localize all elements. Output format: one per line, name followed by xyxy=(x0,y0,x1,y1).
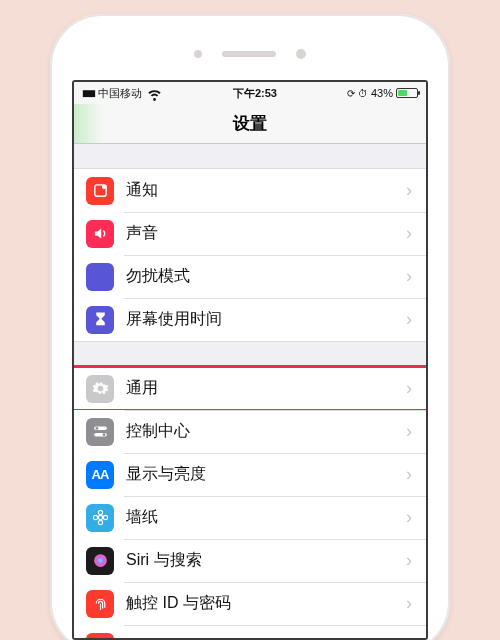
settings-row-sos[interactable]: SOSSOS 紧急联络› xyxy=(74,625,426,638)
group-gap xyxy=(74,144,426,168)
settings-row-general[interactable]: 通用› xyxy=(74,367,426,410)
top-hardware xyxy=(64,28,436,80)
settings-group: 通知›声音›勿扰模式›屏幕使用时间› xyxy=(74,168,426,342)
chevron-right-icon: › xyxy=(406,378,412,399)
status-right: ⟳ ⏱ 43% xyxy=(347,87,418,99)
settings-row-touchid[interactable]: 触控 ID 与密码› xyxy=(74,582,426,625)
wifi-icon xyxy=(146,85,163,102)
flower-icon xyxy=(86,504,114,532)
gear-icon xyxy=(86,375,114,403)
svg-point-10 xyxy=(103,515,107,519)
nav-back-hint[interactable] xyxy=(74,104,104,143)
svg-point-5 xyxy=(102,433,105,436)
proximity-sensor xyxy=(194,50,202,58)
row-label: 勿扰模式 xyxy=(126,266,406,287)
svg-point-4 xyxy=(95,427,98,430)
bezel: ▮▮▮▮ 中国移动 下午2:53 ⟳ ⏱ 43% xyxy=(64,28,436,640)
orientation-lock-icon: ⟳ xyxy=(347,88,355,99)
battery-fill xyxy=(398,90,407,96)
svg-point-11 xyxy=(94,554,107,567)
fingerprint-icon xyxy=(86,590,114,618)
settings-row-screentime[interactable]: 屏幕使用时间› xyxy=(74,298,426,341)
status-left: ▮▮▮▮ 中国移动 xyxy=(82,85,163,102)
svg-point-1 xyxy=(101,185,105,189)
settings-row-dnd[interactable]: 勿扰模式› xyxy=(74,255,426,298)
front-camera xyxy=(296,49,306,59)
screen: ▮▮▮▮ 中国移动 下午2:53 ⟳ ⏱ 43% xyxy=(72,80,428,640)
status-time: 下午2:53 xyxy=(233,86,277,101)
nav-bar: 设置 xyxy=(74,104,426,144)
row-label: 声音 xyxy=(126,223,406,244)
hourglass-icon xyxy=(86,306,114,334)
moon-icon xyxy=(86,263,114,291)
chevron-right-icon: › xyxy=(406,180,412,201)
settings-row-control[interactable]: 控制中心› xyxy=(74,410,426,453)
textsize-icon: AA xyxy=(86,461,114,489)
alarm-icon: ⏱ xyxy=(358,88,368,99)
status-bar: ▮▮▮▮ 中国移动 下午2:53 ⟳ ⏱ 43% xyxy=(74,82,426,104)
switches-icon xyxy=(86,418,114,446)
chevron-right-icon: › xyxy=(406,464,412,485)
settings-group: 通用›控制中心›AA显示与亮度›墙纸›Siri 与搜索›触控 ID 与密码›SO… xyxy=(74,366,426,638)
row-label: 屏幕使用时间 xyxy=(126,309,406,330)
chevron-right-icon: › xyxy=(406,309,412,330)
chevron-right-icon: › xyxy=(406,223,412,244)
svg-point-7 xyxy=(98,510,102,514)
svg-point-6 xyxy=(98,515,102,519)
battery-icon xyxy=(396,88,418,98)
row-label: 通知 xyxy=(126,180,406,201)
chevron-right-icon: › xyxy=(406,421,412,442)
group-gap xyxy=(74,342,426,366)
row-label: 控制中心 xyxy=(126,421,406,442)
speaker-icon xyxy=(86,220,114,248)
chevron-right-icon: › xyxy=(406,266,412,287)
settings-row-sounds[interactable]: 声音› xyxy=(74,212,426,255)
siri-icon xyxy=(86,547,114,575)
chevron-right-icon: › xyxy=(406,507,412,528)
carrier-label: 中国移动 xyxy=(98,86,142,101)
settings-list[interactable]: 通知›声音›勿扰模式›屏幕使用时间›通用›控制中心›AA显示与亮度›墙纸›Sir… xyxy=(74,144,426,638)
chevron-right-icon: › xyxy=(406,636,412,638)
row-label: SOS 紧急联络 xyxy=(126,636,406,638)
settings-row-notifications[interactable]: 通知› xyxy=(74,169,426,212)
sos-icon: SOS xyxy=(86,633,114,639)
row-label: 显示与亮度 xyxy=(126,464,406,485)
signal-icon: ▮▮▮▮ xyxy=(82,88,94,98)
svg-point-8 xyxy=(98,520,102,524)
earpiece-speaker xyxy=(222,51,276,57)
phone-frame: ▮▮▮▮ 中国移动 下午2:53 ⟳ ⏱ 43% xyxy=(50,14,450,640)
row-label: 墙纸 xyxy=(126,507,406,528)
page-title: 设置 xyxy=(233,112,267,135)
chevron-right-icon: › xyxy=(406,550,412,571)
chevron-right-icon: › xyxy=(406,593,412,614)
row-label: 触控 ID 与密码 xyxy=(126,593,406,614)
settings-row-siri[interactable]: Siri 与搜索› xyxy=(74,539,426,582)
row-label: 通用 xyxy=(126,378,406,399)
notification-icon xyxy=(86,177,114,205)
battery-percent: 43% xyxy=(371,87,393,99)
svg-point-9 xyxy=(93,515,97,519)
row-label: Siri 与搜索 xyxy=(126,550,406,571)
settings-row-display[interactable]: AA显示与亮度› xyxy=(74,453,426,496)
settings-row-wallpaper[interactable]: 墙纸› xyxy=(74,496,426,539)
